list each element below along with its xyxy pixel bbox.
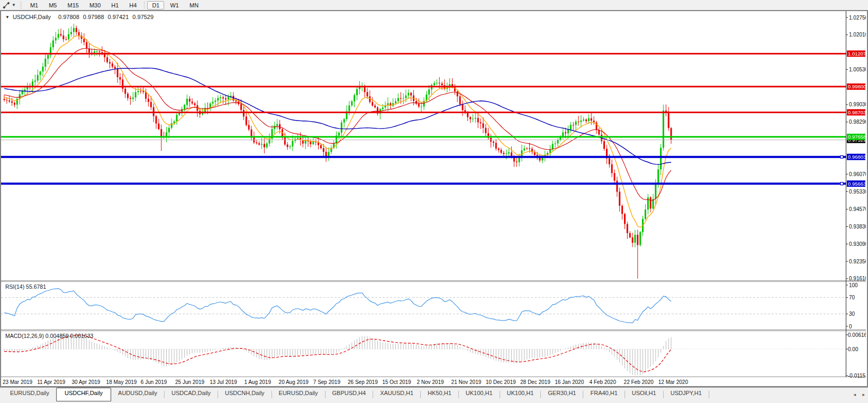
date-axis-label: 11 Apr 2019	[37, 379, 66, 385]
svg-text:0.96070: 0.96070	[849, 171, 866, 177]
chart-tab[interactable]: GER30,H1	[541, 388, 583, 400]
svg-text:1.02010: 1.02010	[849, 32, 866, 38]
date-axis-label: 1 Aug 2019	[244, 379, 271, 385]
timeframe-button-m1[interactable]: M1	[25, 1, 43, 10]
timeframe-button-w1[interactable]: W1	[165, 1, 184, 10]
svg-text:0.99030: 0.99030	[849, 102, 866, 107]
svg-text:1.00530: 1.00530	[849, 67, 866, 72]
svg-text:0.93830: 0.93830	[849, 224, 866, 230]
toolbar-separator	[144, 1, 144, 9]
date-axis-label: 22 Feb 2020	[624, 379, 654, 385]
line-handle[interactable]	[840, 155, 843, 158]
tab-scroll-controls: ◂ ▸	[848, 392, 865, 397]
svg-text:0.95330: 0.95330	[849, 189, 866, 195]
svg-text:0.92350: 0.92350	[849, 259, 866, 264]
chart-tab[interactable]: USOil,H1	[625, 388, 663, 400]
svg-text:-0.011531: -0.011531	[848, 373, 866, 379]
timeframe-button-m5[interactable]: M5	[44, 1, 61, 10]
date-axis-label: 18 May 2019	[106, 379, 137, 385]
date-axis-label: 2 Nov 2019	[417, 379, 444, 385]
date-axis-label: 4 Feb 2020	[589, 379, 616, 385]
svg-text:1.01207: 1.01207	[848, 51, 866, 57]
svg-text:0.99800: 0.99800	[848, 84, 866, 89]
date-axis-label: 6 Jun 2019	[141, 379, 167, 385]
date-axis-label: 13 Jul 2019	[210, 379, 237, 385]
tab-separator	[709, 391, 709, 398]
chart-tab[interactable]: GBPUSD,H4	[326, 388, 373, 400]
date-axis-label: 30 Apr 2019	[71, 379, 100, 385]
chart-tab[interactable]: USDCAD,Daily	[165, 388, 218, 400]
date-axis-label: 21 Nov 2019	[451, 379, 482, 385]
chart-tab[interactable]: HK50,H1	[421, 388, 458, 400]
svg-text:0.96803: 0.96803	[848, 154, 866, 160]
svg-text:1.02750: 1.02750	[849, 15, 866, 21]
timeframe-button-h1[interactable]: H1	[106, 1, 123, 10]
svg-text:0.91610: 0.91610	[849, 276, 866, 281]
svg-text:100: 100	[849, 282, 858, 288]
timeframe-buttons: M1M5M15M30H1H4D1W1MN	[25, 0, 204, 10]
tabs-scroll-left-icon[interactable]: ◂	[853, 392, 856, 397]
svg-text:0.006167: 0.006167	[848, 332, 866, 338]
date-axis-label: 7 Sep 2019	[313, 379, 341, 385]
date-axis-label: 15 Oct 2019	[382, 379, 411, 385]
svg-text:0: 0	[849, 324, 852, 329]
svg-text:0.98290: 0.98290	[849, 119, 866, 125]
timeframe-button-h4[interactable]: H4	[124, 1, 141, 10]
date-axis-label: 16 Jan 2020	[555, 379, 584, 385]
line-handle[interactable]	[840, 182, 843, 185]
date-axis-label: 26 Sep 2019	[348, 379, 378, 385]
svg-text:30: 30	[849, 311, 855, 317]
chart-tabs: EURUSD,DailyUSDCHF,DailyAUDUSD,DailyUSDC…	[3, 388, 709, 403]
tabs-scroll-right-icon[interactable]: ▸	[862, 392, 865, 397]
date-axis-label: 28 Dec 2019	[520, 379, 550, 385]
svg-text:70: 70	[849, 295, 855, 300]
date-axis-label: 10 Dec 2019	[486, 379, 516, 385]
svg-text:0.97658: 0.97658	[848, 134, 866, 140]
symbol-dropdown-icon[interactable]: ▼	[5, 15, 10, 20]
chart-tab-active[interactable]: USDCHF,Daily	[56, 388, 111, 401]
date-axis-label: 23 Mar 2019	[3, 379, 33, 385]
timeframe-button-m15[interactable]: M15	[62, 1, 83, 10]
chart-tab-bar: EURUSD,DailyUSDCHF,DailyAUDUSD,DailyUSDC…	[0, 387, 868, 403]
chart-tab[interactable]: FRA40,H1	[583, 388, 624, 400]
date-axis-label: 12 Mar 2020	[658, 379, 689, 385]
svg-text:0.94570: 0.94570	[849, 206, 866, 212]
chart-tab[interactable]: EURUSD,Daily	[3, 388, 56, 400]
chart-tab[interactable]: USDCNH,Daily	[218, 388, 272, 400]
chart-window: 0.975291.012070.998000.987030.976580.968…	[0, 10, 868, 387]
svg-text:0.98703: 0.98703	[848, 109, 866, 115]
chart-periods-icon[interactable]	[1, 1, 12, 10]
svg-text:0.93090: 0.93090	[849, 241, 866, 247]
chart-tab[interactable]: UK100,H1	[500, 388, 541, 400]
chart-canvas[interactable]: 0.975291.012070.998000.987030.976580.968…	[1, 11, 866, 386]
date-axis-label: 25 Jun 2019	[175, 379, 204, 385]
toolbar-grip-handle[interactable]	[20, 2, 22, 9]
timeframe-button-d1[interactable]: D1	[147, 1, 164, 10]
chart-tab[interactable]: EURUSD,Daily	[272, 388, 325, 400]
timeframe-button-m30[interactable]: M30	[85, 1, 105, 10]
chart-tab[interactable]: XAUUSD,H1	[373, 388, 420, 400]
chart-periods-icon-glyph	[2, 1, 11, 10]
chart-tab[interactable]: USDJPY,H1	[664, 388, 709, 400]
chart-tab[interactable]: AUDUSD,Daily	[111, 388, 164, 400]
mt4-trading-platform: ▼ M1M5M15M30H1H4D1W1MN 0.975291.012070.9…	[0, 0, 868, 403]
timeframe-button-mn[interactable]: MN	[185, 1, 203, 10]
chart-tab[interactable]: UK100,H1	[459, 388, 500, 400]
date-axis-label: 20 Aug 2019	[279, 379, 309, 385]
svg-text:0.95663: 0.95663	[848, 181, 866, 187]
svg-text:0.00: 0.00	[848, 346, 858, 352]
timeframe-toolbar: ▼ M1M5M15M30H1H4D1W1MN	[0, 0, 868, 11]
toolbar-dropdown-icon[interactable]: ▼	[12, 3, 16, 7]
